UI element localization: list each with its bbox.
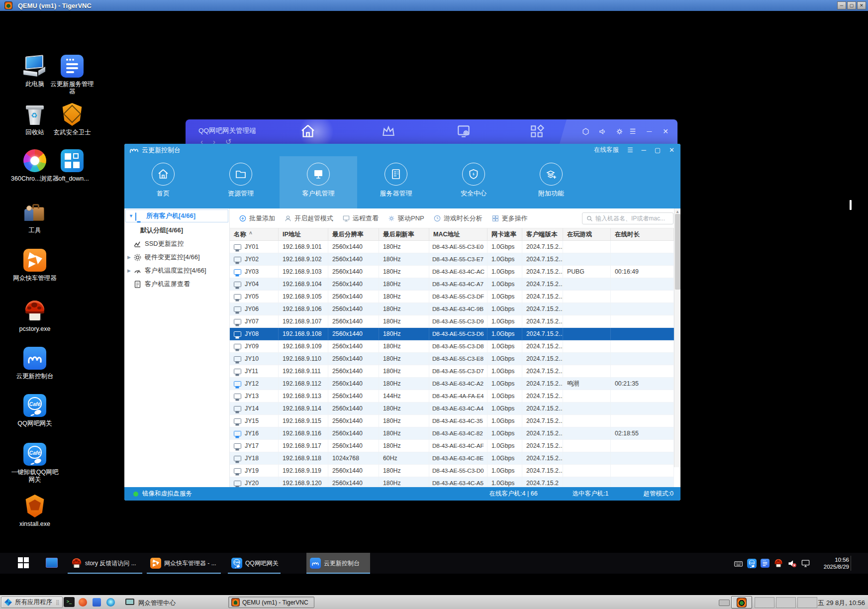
search-input[interactable] bbox=[595, 215, 670, 222]
hexagon-icon[interactable] bbox=[581, 127, 590, 136]
vnc-minimize-button[interactable]: ─ bbox=[837, 1, 846, 9]
qq-pc-settings-icon[interactable] bbox=[456, 123, 473, 143]
vnc-close-button[interactable]: ✕ bbox=[857, 1, 866, 9]
column-header[interactable]: IP地址 bbox=[279, 228, 328, 240]
desktop-icon-cloudsvc[interactable]: 云更新服务管理器 bbox=[48, 55, 96, 96]
cloud-close-icon[interactable]: ✕ bbox=[669, 146, 675, 154]
tab-resource[interactable]: 资源管理 bbox=[202, 156, 280, 208]
table-row-JY07[interactable]: JY07192.168.9.1072560x1440180HzD8-43-AE-… bbox=[230, 315, 674, 328]
qq-apps-grid-icon[interactable] bbox=[529, 123, 546, 143]
show-desktop-separator[interactable] bbox=[851, 556, 851, 571]
speaker-icon[interactable] bbox=[598, 127, 607, 136]
table-row-JY01[interactable]: JY01192.168.9.1012560x1440180HzD8-43-AE-… bbox=[230, 241, 674, 253]
table-row-JY11[interactable]: JY11192.168.9.1112560x1440180HzD8-43-AE-… bbox=[230, 365, 674, 378]
applications-menu-button[interactable]: 所有应用程序 ⣿ bbox=[1, 597, 63, 608]
toolbar-button-super-mode[interactable]: 开启超管模式 bbox=[284, 214, 333, 223]
launcher-icon-2[interactable] bbox=[93, 598, 101, 607]
tray-network-icon[interactable] bbox=[801, 559, 810, 568]
sidebar-item-default-group[interactable]: 默认分组[4/66] bbox=[124, 223, 229, 237]
desktop-icon-qq[interactable]: CaféQQ网吧网关 bbox=[11, 394, 59, 427]
tab-home[interactable]: 首页 bbox=[124, 156, 202, 208]
table-row-JY18[interactable]: JY18192.168.9.1181024x76860HzD8-43-AE-63… bbox=[230, 452, 674, 465]
table-row-JY10[interactable]: JY10192.168.9.1102560x1440180HzD8-43-AE-… bbox=[230, 353, 674, 365]
desktop-icon-xinstall[interactable]: xinstall.exe bbox=[11, 495, 59, 528]
tray-volume-muted-icon[interactable] bbox=[787, 559, 797, 568]
taskbar-task-1[interactable]: story 反馈请访问 ... bbox=[68, 553, 142, 574]
tab-security[interactable]: 安全中心 bbox=[435, 156, 512, 208]
qq-close-icon[interactable]: ✕ bbox=[663, 127, 669, 136]
terminal-launcher-icon[interactable]: >_ bbox=[64, 597, 75, 607]
toolbar-button-game-analysis[interactable]: 游戏时长分析 bbox=[433, 214, 482, 223]
tab-client[interactable]: 客户机管理 bbox=[280, 156, 357, 208]
workspace-pager-3[interactable] bbox=[797, 597, 817, 608]
taskbar-task-3[interactable]: CaféQQ网吧网关 bbox=[228, 553, 281, 574]
launcher-icon-3[interactable] bbox=[106, 598, 115, 607]
sidebar-item-hw-monitor[interactable]: ▶硬件变更监控[4/66] bbox=[124, 250, 229, 264]
column-header[interactable]: 名称˄ bbox=[230, 228, 279, 240]
search-box[interactable] bbox=[582, 212, 674, 224]
qq-gateway-window[interactable]: QQ网吧网关管理端 ‹ › ↺ ☰ ─ ✕ bbox=[186, 119, 677, 144]
table-row-JY12[interactable]: JY12192.168.9.1122560x1440180HzD8-43-AE-… bbox=[230, 378, 674, 390]
column-header[interactable]: 客户端版本 bbox=[522, 228, 563, 240]
table-row-JY04[interactable]: JY04192.168.9.1042560x1440180HzD8-43-AE-… bbox=[230, 278, 674, 291]
table-row-JY15[interactable]: JY15192.168.9.1152560x1440180HzD8-43-AE-… bbox=[230, 415, 674, 427]
desktop-icon-mushroom[interactable]: pcstory.exe bbox=[11, 300, 59, 333]
table-row-JY02[interactable]: JY02192.168.9.1022560x1440180HzD8-43-AE-… bbox=[230, 253, 674, 266]
cloud-menu-icon[interactable]: ☰ bbox=[627, 146, 633, 154]
gear-icon[interactable] bbox=[615, 127, 624, 136]
tigervnc-tray-button[interactable] bbox=[731, 596, 752, 609]
desktop-icon-shield[interactable]: 玄武安全卫士 bbox=[48, 103, 96, 136]
column-header[interactable]: 网卡速率 bbox=[487, 228, 522, 240]
launcher-icon-1[interactable] bbox=[79, 598, 87, 607]
qq-minimize-icon[interactable]: ─ bbox=[647, 127, 652, 136]
sidebar-item-all-clients[interactable]: ▼所有客户机[4/66] bbox=[125, 209, 228, 222]
back-icon[interactable]: ‹ bbox=[200, 137, 203, 144]
table-row-JY09[interactable]: JY09192.168.9.1092560x1440180HzD8-43-AE-… bbox=[230, 340, 674, 353]
panel-keyboard-icon[interactable] bbox=[719, 600, 730, 606]
table-row-JY19[interactable]: JY19192.168.9.1192560x1440180HzD8-43-AE-… bbox=[230, 465, 674, 477]
forward-icon[interactable]: › bbox=[213, 137, 215, 144]
sidebar-item-bluescreen[interactable]: 客户机蓝屏查看 bbox=[124, 277, 229, 291]
workspace-pager-1[interactable] bbox=[755, 597, 774, 608]
workspace-pager-2[interactable] bbox=[776, 597, 796, 608]
column-header[interactable]: MAC地址 bbox=[429, 228, 487, 240]
table-row-JY14[interactable]: JY14192.168.9.1142560x1440180HzD8-43-AE-… bbox=[230, 403, 674, 415]
tray-pcstory-icon[interactable] bbox=[774, 559, 783, 568]
tray-keyboard-icon[interactable] bbox=[734, 559, 743, 568]
vnc-maximize-button[interactable]: ▢ bbox=[847, 1, 856, 9]
column-header[interactable]: 在玩游戏 bbox=[563, 228, 611, 240]
scroll-up-icon[interactable]: ▲ bbox=[675, 209, 679, 214]
tab-server[interactable]: 服务器管理 bbox=[357, 156, 435, 208]
tab-extra[interactable]: 附加功能 bbox=[512, 156, 590, 208]
panel-clock[interactable]: 五 29 8月, 10:56 bbox=[818, 599, 865, 608]
caret-right-icon[interactable]: ▶ bbox=[127, 268, 132, 273]
cloud-maximize-icon[interactable]: ▢ bbox=[655, 146, 661, 154]
start-button[interactable] bbox=[18, 557, 30, 569]
refresh-icon[interactable]: ↺ bbox=[225, 137, 232, 144]
column-header[interactable]: 最后分辨率 bbox=[328, 228, 379, 240]
column-header[interactable]: 最后刷新率 bbox=[379, 228, 429, 240]
table-row-JY13[interactable]: JY13192.168.9.1132560x1440144HzD8-43-AE-… bbox=[230, 390, 674, 403]
table-row-JY03[interactable]: JY03192.168.9.1032560x1440180HzD8-43-AE-… bbox=[230, 266, 674, 278]
tray-qq-gateway-icon[interactable]: Café bbox=[747, 559, 757, 568]
table-row-JY06[interactable]: JY06192.168.9.1062560x1440180HzD8-43-AE-… bbox=[230, 303, 674, 315]
online-support-link[interactable]: 在线客服 bbox=[594, 146, 619, 154]
scrollbar-thumb[interactable] bbox=[675, 214, 680, 290]
table-row-JY08[interactable]: JY08192.168.9.1082560x1440180HzD8-43-AE-… bbox=[230, 328, 674, 340]
toolbar-button-batch-add[interactable]: 批量添加 bbox=[239, 214, 275, 223]
qq-menu-icon[interactable]: ☰ bbox=[630, 127, 636, 136]
desktop-icon-soft[interactable]: soft_down... bbox=[48, 149, 96, 183]
desktop-icon-tools[interactable]: 工具 bbox=[11, 201, 59, 234]
tray-cloud-service-icon[interactable] bbox=[761, 559, 770, 568]
desktop-icon-cloud[interactable]: 云更新控制台 bbox=[11, 347, 59, 380]
cloud-minimize-icon[interactable]: ─ bbox=[642, 146, 646, 154]
toolbar-button-remote-view[interactable]: 远程查看 bbox=[342, 214, 379, 223]
table-row-JY17[interactable]: JY17192.168.9.1172560x1440180HzD8-43-AE-… bbox=[230, 440, 674, 452]
toolbar-button-more-actions[interactable]: 更多操作 bbox=[491, 214, 528, 223]
caret-right-icon[interactable]: ▶ bbox=[127, 255, 132, 260]
desktop-icon-qq2[interactable]: Café一键卸载QQ网吧网关 bbox=[11, 443, 59, 484]
toolbar-button-driver-pnp[interactable]: 驱动PNP bbox=[387, 214, 424, 223]
table-row-JY20[interactable]: JY20192.168.9.1202560x1440180HzD8-43-AE-… bbox=[230, 477, 674, 487]
tray-clock[interactable]: 10:56 2025/8/29 bbox=[818, 556, 849, 570]
qq-home-icon[interactable] bbox=[300, 123, 317, 143]
